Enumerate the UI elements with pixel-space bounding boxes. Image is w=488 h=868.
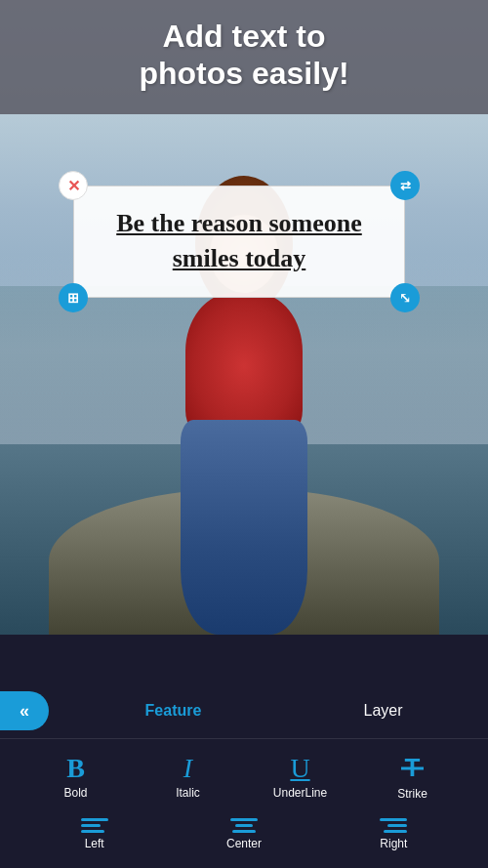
header-title: Add text tophotos easily! <box>20 18 468 93</box>
layers-handle[interactable]: ⊞ <box>59 283 88 312</box>
back-button[interactable]: « <box>0 691 49 730</box>
text-box-container[interactable]: ✕ ⇄ ⊞ ⤡ Be the reason someone smiles tod… <box>73 186 405 298</box>
align-center-icon <box>230 818 258 833</box>
align-right-button[interactable]: Right <box>359 818 427 850</box>
flip-icon: ⇄ <box>400 179 411 193</box>
align-line <box>380 818 407 821</box>
person-jeans <box>181 420 307 635</box>
person-top <box>185 293 303 439</box>
align-center-label: Center <box>226 837 262 850</box>
align-line <box>384 830 407 833</box>
align-line <box>81 818 108 821</box>
underline-button[interactable]: U UnderLine <box>266 755 335 800</box>
align-right-icon <box>380 818 407 833</box>
tab-layer[interactable]: Layer <box>278 702 488 720</box>
align-left-button[interactable]: Left <box>61 818 129 850</box>
align-line <box>81 830 104 833</box>
format-row: B Bold I Italic U UnderLine T Strike <box>0 739 488 808</box>
text-box[interactable]: Be the reason someone smiles today <box>73 186 405 298</box>
tab-feature[interactable]: Feature <box>68 702 278 720</box>
toolbar-nav: « Feature Layer <box>0 682 488 739</box>
bottom-toolbar: « Feature Layer B Bold I Italic U UnderL… <box>0 682 488 868</box>
flip-handle[interactable]: ⇄ <box>390 171 420 200</box>
align-row: Left Center Right <box>0 808 488 868</box>
strike-button[interactable]: T Strike <box>379 753 447 801</box>
align-center-button[interactable]: Center <box>210 818 278 850</box>
strike-icon: T <box>405 753 421 783</box>
align-right-label: Right <box>380 837 407 850</box>
align-left-icon <box>81 818 108 833</box>
align-line <box>235 824 253 827</box>
resize-icon: ⤡ <box>399 290 411 306</box>
italic-button[interactable]: I Italic <box>154 755 223 800</box>
bold-label: Bold <box>63 786 87 800</box>
italic-label: Italic <box>176 786 200 800</box>
bold-button[interactable]: B Bold <box>42 755 110 800</box>
align-line <box>232 830 256 833</box>
close-icon: ✕ <box>67 177 80 195</box>
underline-label: UnderLine <box>273 786 327 800</box>
text-box-content: Be the reason someone smiles today <box>99 206 380 277</box>
align-line <box>387 824 407 827</box>
italic-icon: I <box>183 755 192 782</box>
back-chevron-icon: « <box>20 701 29 722</box>
align-line <box>81 824 101 827</box>
underline-icon: U <box>290 755 309 782</box>
layers-icon: ⊞ <box>67 290 79 306</box>
resize-handle[interactable]: ⤡ <box>390 283 420 312</box>
bold-icon: B <box>66 755 85 782</box>
align-left-label: Left <box>85 837 104 850</box>
align-line <box>230 818 258 821</box>
header-banner: Add text tophotos easily! <box>0 0 488 114</box>
close-handle[interactable]: ✕ <box>59 171 88 200</box>
strike-label: Strike <box>397 787 427 801</box>
